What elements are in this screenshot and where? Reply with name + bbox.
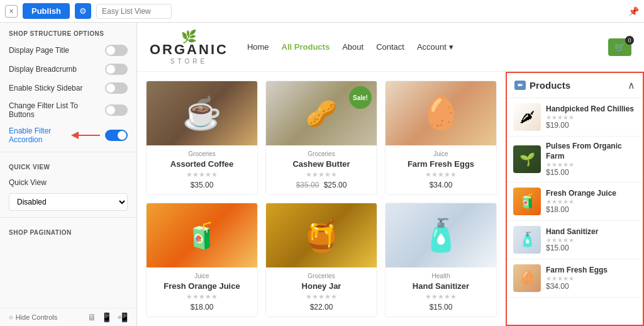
- widget-product-price: $18.00: [546, 205, 636, 214]
- product-price: $34.00: [391, 181, 491, 189]
- widget-product-info: Hand Sanitizer ★★★★★ $15.00: [546, 227, 636, 253]
- enable-filter-accordion-row: Enable Filter Accordion: [0, 123, 136, 148]
- widget-product-stars: ★★★★★: [546, 237, 636, 244]
- nav-home[interactable]: Home: [247, 42, 269, 52]
- tablet-icon[interactable]: 📱: [101, 312, 112, 322]
- product-card[interactable]: 🥚 Juice Farm Fresh Eggs ★★★★★ $34.00: [385, 81, 497, 195]
- divider-2: [0, 217, 136, 218]
- filter-accordion-left: Enable Filter Accordion: [9, 126, 70, 144]
- bottom-bar: ○ Hide Controls 🖥 📱 📲: [0, 308, 136, 326]
- quick-view-row: Quick View: [0, 174, 136, 191]
- enable-sticky-sidebar-label: Enable Sticky Sidebar: [9, 84, 82, 93]
- enable-filter-accordion-label: Enable Filter Accordion: [9, 126, 70, 144]
- product-image-wrap: 🧴: [386, 203, 496, 267]
- product-category: Juice: [391, 150, 491, 157]
- display-page-title-label: Display Page Title: [9, 46, 69, 55]
- widget-product-stars: ★★★★★: [546, 114, 636, 121]
- enable-sticky-sidebar-toggle[interactable]: [105, 82, 128, 94]
- quick-view-label: Quick View: [9, 178, 47, 187]
- pin-icon[interactable]: 📌: [628, 6, 639, 16]
- product-name: Assorted Coffee: [152, 159, 252, 169]
- easy-list-view-input[interactable]: [96, 4, 172, 19]
- widget-product-item[interactable]: 🧃 Fresh Orange Juice ★★★★★ $18.00: [507, 183, 643, 221]
- product-info: Juice Fresh Orange Juice ★★★★★ $18.00: [147, 267, 257, 317]
- hide-controls-button[interactable]: ○ Hide Controls: [9, 313, 57, 321]
- sale-badge: Sale!: [349, 86, 372, 109]
- product-name: Honey Jar: [271, 281, 372, 291]
- widget-product-stars: ★★★★★: [546, 198, 636, 205]
- hide-controls-icon: ○: [9, 313, 13, 321]
- widget-product-stars: ★★★★★: [546, 275, 636, 282]
- old-price: $35.00: [296, 181, 319, 189]
- widget-product-info: Farm Fresh Eggs ★★★★★ $34.00: [546, 266, 636, 291]
- widget-product-price: $34.00: [546, 282, 636, 291]
- divider-1: [0, 152, 136, 152]
- product-card[interactable]: ☕ Groceries Assorted Coffee ★★★★★ $35.00: [146, 81, 258, 195]
- nav-all-products[interactable]: All Products: [282, 42, 330, 52]
- quick-view-select[interactable]: Disabled Enabled: [9, 193, 128, 211]
- widget-product-item[interactable]: 🥚 Farm Fresh Eggs ★★★★★ $34.00: [507, 259, 643, 298]
- product-image-wrap: 🥜 Sale!: [266, 81, 377, 145]
- center-canvas: 🌿 ORGANIC STORE Home All Products About …: [137, 23, 644, 326]
- product-image-wrap: 🧃: [147, 203, 257, 267]
- product-info: Juice Farm Fresh Eggs ★★★★★ $34.00: [386, 145, 496, 194]
- widget-product-thumb-orange: 🧃: [513, 188, 541, 215]
- publish-button[interactable]: Publish: [23, 3, 70, 19]
- product-image-juice: 🧃: [147, 203, 257, 267]
- close-button[interactable]: ×: [5, 5, 18, 18]
- widget-product-item[interactable]: 🌱 Pulses From Organic Farm ★★★★★ $15.00: [507, 137, 643, 183]
- widget-product-info: Fresh Orange Juice ★★★★★ $18.00: [546, 189, 636, 215]
- product-card[interactable]: 🍯 Groceries Honey Jar ★★★★★ $22.00: [265, 203, 377, 317]
- enable-filter-accordion-toggle[interactable]: [105, 130, 128, 141]
- product-name: Farm Fresh Eggs: [391, 159, 491, 169]
- product-category: Groceries: [271, 273, 372, 279]
- widget-collapse-button[interactable]: ∧: [628, 79, 635, 91]
- widget-product-price: $15.00: [546, 168, 636, 177]
- product-name: Hand Sanitizer: [391, 281, 491, 291]
- store-header: 🌿 ORGANIC STORE Home All Products About …: [137, 23, 644, 72]
- product-image-wrap: ☕: [147, 81, 257, 145]
- display-breadcrumb-toggle[interactable]: [105, 64, 128, 75]
- nav-account[interactable]: Account ▾: [417, 42, 453, 52]
- product-name: Fresh Orange Juice: [152, 281, 252, 291]
- mobile-icon[interactable]: 📲: [117, 312, 128, 322]
- desktop-icon[interactable]: 🖥: [87, 312, 96, 322]
- widget-product-item[interactable]: 🌶 Handpicked Red Chillies ★★★★★ $19.00: [507, 98, 643, 137]
- settings-button[interactable]: ⚙: [75, 3, 91, 19]
- widget-edit-icon[interactable]: ✏: [514, 81, 526, 90]
- product-image-honey: 🍯: [266, 203, 377, 267]
- store-logo: 🌿 ORGANIC STORE: [150, 29, 228, 65]
- product-price: $18.00: [152, 303, 252, 312]
- change-filter-label: Change Filter List To Buttons: [9, 101, 105, 119]
- change-filter-row: Change Filter List To Buttons: [0, 98, 136, 123]
- product-price: $22.00: [271, 303, 372, 312]
- product-stars: ★★★★★: [271, 293, 372, 301]
- change-filter-toggle[interactable]: [105, 104, 128, 116]
- logo-organic: ORGANIC: [150, 42, 228, 58]
- product-info: Groceries Assorted Coffee ★★★★★ $35.00: [147, 145, 257, 194]
- product-stars: ★★★★★: [391, 293, 491, 301]
- display-breadcrumb-label: Display Breadcrumb: [9, 65, 77, 74]
- product-card[interactable]: 🥜 Sale! Groceries Cashew Butter ★★★★★ $3…: [265, 81, 377, 195]
- product-card[interactable]: 🧃 Juice Fresh Orange Juice ★★★★★ $18.00: [146, 203, 258, 317]
- product-stars: ★★★★★: [152, 293, 252, 301]
- nav-contact[interactable]: Contact: [376, 42, 404, 52]
- product-price: $15.00: [391, 303, 491, 312]
- product-price: $35.00: [152, 181, 252, 189]
- cart-button[interactable]: 🛒 0: [608, 38, 631, 56]
- main-layout: SHOP STRUCTURE OPTIONS Display Page Titl…: [0, 23, 644, 326]
- nav-about[interactable]: About: [342, 42, 364, 52]
- widget-product-name: Pulses From Organic Farm: [546, 142, 636, 161]
- product-grid: ☕ Groceries Assorted Coffee ★★★★★ $35.00…: [137, 72, 506, 326]
- shop-pagination-title: SHOP PAGINATION: [0, 222, 136, 240]
- hide-controls-label: Hide Controls: [16, 313, 58, 321]
- widget-product-stars: ★★★★★: [546, 161, 636, 168]
- nav-links: Home All Products About Contact Account …: [247, 42, 608, 52]
- display-breadcrumb-row: Display Breadcrumb: [0, 60, 136, 79]
- display-page-title-row: Display Page Title: [0, 41, 136, 60]
- widget-product-thumb-eggs: 🥚: [513, 264, 541, 292]
- product-image-eggs: 🥚: [386, 81, 496, 145]
- product-card[interactable]: 🧴 Health Hand Sanitizer ★★★★★ $15.00: [385, 203, 497, 317]
- widget-product-item[interactable]: 🧴 Hand Sanitizer ★★★★★ $15.00: [507, 221, 643, 259]
- display-page-title-toggle[interactable]: [105, 45, 128, 56]
